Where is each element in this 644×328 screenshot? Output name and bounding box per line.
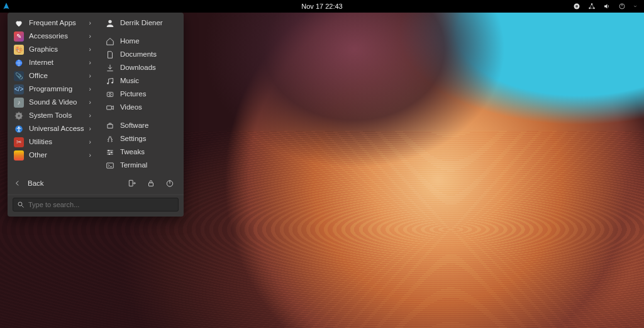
place-pictures[interactable]: Pictures bbox=[97, 88, 184, 101]
svg-point-9 bbox=[18, 115, 20, 117]
programming-icon: </> bbox=[14, 84, 24, 94]
svg-point-19 bbox=[111, 151, 112, 152]
search-icon bbox=[17, 201, 25, 208]
accessibility-icon bbox=[14, 124, 24, 134]
clock[interactable]: Nov 17 22:43 bbox=[301, 3, 342, 10]
shortcut-tweaks[interactable]: Tweaks bbox=[97, 145, 184, 159]
system-tray bbox=[572, 2, 644, 11]
picture-icon bbox=[105, 89, 115, 99]
place-downloads[interactable]: Downloads bbox=[97, 61, 184, 74]
activities-button[interactable] bbox=[0, 0, 13, 13]
category-label: Sound & Video bbox=[29, 98, 84, 107]
category-universal-access[interactable]: Universal Access › bbox=[8, 122, 97, 135]
place-label: Documents bbox=[120, 50, 181, 59]
place-documents[interactable]: Documents bbox=[97, 48, 184, 61]
shortcut-terminal[interactable]: Terminal bbox=[97, 159, 184, 172]
power-button[interactable] bbox=[162, 176, 177, 191]
video-icon bbox=[105, 103, 115, 113]
power-tray-icon[interactable] bbox=[618, 2, 626, 11]
top-bar: Nov 17 22:43 bbox=[0, 0, 644, 13]
category-label: Utilities bbox=[29, 137, 84, 147]
svg-rect-15 bbox=[107, 92, 113, 96]
chevron-right-icon: › bbox=[89, 59, 91, 67]
category-label: Other bbox=[29, 150, 84, 160]
category-label: Accessories bbox=[29, 31, 84, 41]
chevron-right-icon: › bbox=[89, 45, 91, 54]
category-other[interactable]: Other › bbox=[8, 149, 97, 162]
svg-point-1 bbox=[575, 5, 578, 8]
place-label: Music bbox=[120, 76, 181, 86]
logout-button[interactable] bbox=[125, 176, 140, 191]
session-buttons bbox=[125, 176, 177, 191]
user-row[interactable]: Derrik Diener bbox=[97, 16, 184, 30]
document-icon bbox=[105, 50, 115, 60]
logout-icon bbox=[128, 179, 136, 188]
avatar-icon bbox=[105, 18, 115, 28]
tweaks-icon bbox=[105, 147, 115, 157]
music-icon bbox=[105, 76, 115, 86]
download-icon bbox=[105, 63, 115, 73]
network-icon[interactable] bbox=[587, 2, 596, 11]
svg-rect-26 bbox=[149, 183, 153, 186]
category-label: Graphics bbox=[29, 45, 84, 54]
category-label: Universal Access bbox=[29, 124, 84, 133]
categories-column: Frequent Apps › ✎ Accessories › 🎨 Graphi… bbox=[8, 13, 97, 172]
system-icon bbox=[14, 111, 24, 121]
svg-point-18 bbox=[108, 149, 109, 150]
category-internet[interactable]: Internet › bbox=[8, 56, 97, 69]
search-input[interactable] bbox=[28, 201, 174, 208]
category-accessories[interactable]: ✎ Accessories › bbox=[8, 30, 97, 43]
back-button[interactable]: Back bbox=[8, 172, 184, 195]
svg-rect-25 bbox=[129, 180, 133, 186]
svg-point-14 bbox=[111, 82, 113, 84]
svg-point-20 bbox=[109, 153, 110, 154]
globe-icon bbox=[14, 58, 24, 68]
category-label: Programming bbox=[29, 84, 84, 94]
chevron-right-icon: › bbox=[89, 151, 91, 159]
menu-footer bbox=[8, 195, 184, 217]
place-label: Downloads bbox=[120, 63, 181, 72]
chevron-right-icon: › bbox=[89, 32, 91, 40]
software-icon bbox=[105, 121, 115, 131]
category-system-tools[interactable]: System Tools › bbox=[8, 109, 97, 122]
office-icon: 📎 bbox=[14, 71, 24, 81]
place-label: Home bbox=[120, 37, 181, 46]
settings-icon bbox=[105, 134, 115, 144]
svg-point-13 bbox=[107, 82, 109, 84]
arc-menu: Frequent Apps › ✎ Accessories › 🎨 Graphi… bbox=[8, 13, 184, 217]
lock-icon bbox=[147, 179, 155, 188]
category-label: Office bbox=[29, 71, 84, 81]
category-sound-video[interactable]: ♪ Sound & Video › bbox=[8, 96, 97, 109]
svg-rect-17 bbox=[107, 106, 112, 110]
place-home[interactable]: Home bbox=[97, 35, 184, 48]
svg-point-12 bbox=[108, 20, 111, 23]
svg-point-29 bbox=[18, 202, 22, 206]
category-frequent-apps[interactable]: Frequent Apps › bbox=[8, 16, 97, 30]
category-programming[interactable]: </> Programming › bbox=[8, 82, 97, 96]
category-office[interactable]: 📎 Office › bbox=[8, 69, 97, 82]
place-music[interactable]: Music bbox=[97, 74, 184, 88]
search-box[interactable] bbox=[13, 198, 179, 212]
user-name: Derrik Diener bbox=[120, 18, 181, 28]
category-label: Frequent Apps bbox=[29, 18, 84, 28]
shortcut-settings[interactable]: Settings bbox=[97, 132, 184, 145]
heart-icon bbox=[14, 18, 24, 28]
svg-point-11 bbox=[18, 126, 19, 127]
app-indicator-icon[interactable] bbox=[572, 2, 581, 11]
place-videos[interactable]: Videos bbox=[97, 101, 184, 114]
chevron-right-icon: › bbox=[89, 19, 91, 27]
category-graphics[interactable]: 🎨 Graphics › bbox=[8, 43, 97, 56]
arch-logo-icon bbox=[2, 2, 11, 11]
chevron-down-icon[interactable] bbox=[633, 2, 638, 11]
volume-icon[interactable] bbox=[602, 2, 611, 11]
shortcut-software[interactable]: Software bbox=[97, 119, 184, 132]
media-icon: ♪ bbox=[14, 98, 24, 108]
power-icon bbox=[165, 179, 174, 188]
shortcut-label: Tweaks bbox=[120, 147, 181, 157]
lock-button[interactable] bbox=[143, 176, 158, 191]
places-shortcuts-column: Derrik Diener Home Documents Downloads M… bbox=[97, 13, 184, 172]
place-label: Pictures bbox=[120, 89, 181, 99]
chevron-right-icon: › bbox=[89, 138, 91, 146]
terminal-icon bbox=[105, 161, 115, 171]
category-utilities[interactable]: ✂ Utilities › bbox=[8, 135, 97, 149]
